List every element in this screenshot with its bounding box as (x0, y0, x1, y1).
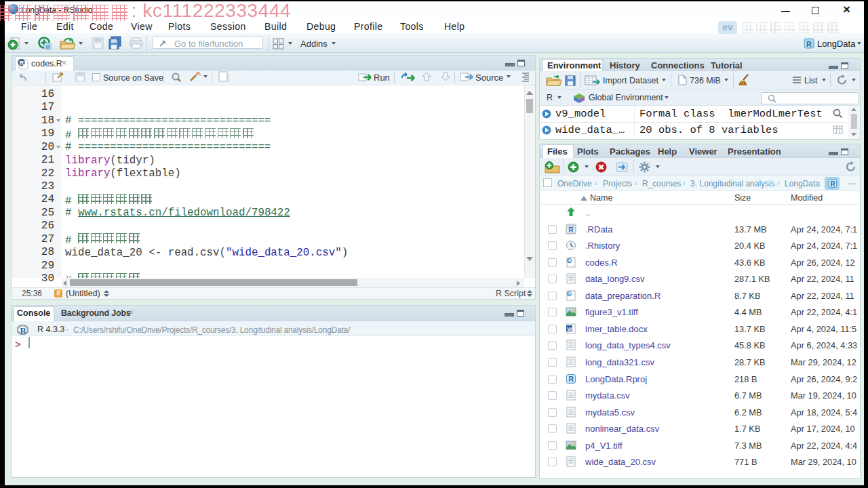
svg-text:R: R (46, 43, 51, 51)
svg-text:R: R (20, 325, 27, 336)
svg-text:R: R (20, 60, 24, 66)
svg-text:R: R (830, 180, 835, 188)
svg-text:R: R (569, 375, 574, 383)
svg-text:R: R (568, 258, 572, 264)
svg-text:R: R (568, 291, 572, 297)
svg-text:R: R (806, 40, 812, 48)
svg-text:W: W (567, 325, 572, 331)
svg-text:R: R (569, 226, 574, 234)
